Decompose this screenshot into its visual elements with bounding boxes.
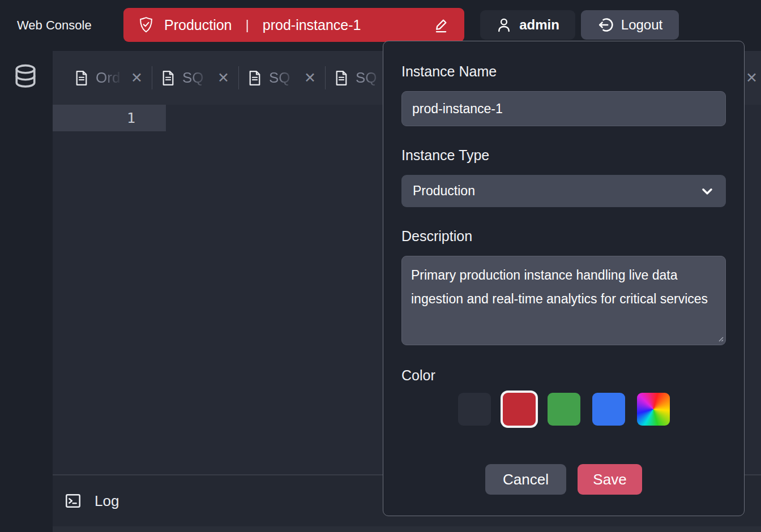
chevron-down-icon	[700, 184, 715, 199]
editor-line-number: 1	[53, 105, 166, 131]
tab-label: Ord	[96, 69, 124, 87]
shield-check-icon	[138, 16, 154, 34]
color-swatch-blue[interactable]	[592, 393, 625, 426]
footer-strip	[53, 526, 761, 532]
color-field-label: Color	[401, 367, 726, 384]
logout-icon	[597, 16, 614, 33]
terminal-icon	[64, 492, 82, 510]
file-icon	[334, 70, 349, 87]
left-sidebar	[0, 51, 53, 532]
instance-badge[interactable]: Production | prod-instance-1	[123, 8, 464, 42]
tab-orders[interactable]: Ord ✕	[65, 51, 152, 105]
color-swatch-default[interactable]	[458, 393, 491, 426]
instance-name-input[interactable]	[401, 91, 726, 126]
tab-label: SQ	[269, 69, 297, 87]
instance-name-field-label: Instance Name	[401, 63, 726, 80]
description-field: Primary production instance handling liv…	[401, 256, 726, 345]
resize-handle-icon[interactable]	[716, 334, 724, 342]
tab-close-icon[interactable]: ✕	[304, 71, 316, 85]
log-label: Log	[95, 492, 119, 510]
tab-sql-1[interactable]: SQ ✕	[152, 51, 238, 105]
cancel-button[interactable]: Cancel	[485, 464, 566, 495]
user-icon	[496, 16, 512, 33]
tab-close-icon[interactable]: ✕	[131, 71, 143, 85]
color-swatch-row	[401, 393, 726, 426]
user-chip[interactable]: admin	[480, 10, 575, 40]
tab-label: SQ	[182, 69, 211, 87]
logout-label: Logout	[621, 17, 662, 33]
user-name: admin	[519, 17, 559, 33]
instance-settings-modal: Instance Name Instance Type Production D…	[383, 41, 745, 516]
badge-separator: |	[246, 17, 249, 33]
file-icon	[74, 70, 89, 87]
instance-type-label: Production	[164, 17, 232, 33]
save-button[interactable]: Save	[578, 464, 642, 495]
tab-close-icon-right[interactable]: ✕	[746, 51, 758, 105]
logout-button[interactable]: Logout	[581, 10, 679, 40]
web-console-app: Web Console Production | prod-instance-1	[0, 0, 761, 532]
instance-type-select[interactable]: Production	[401, 175, 726, 207]
description-field-label: Description	[401, 228, 726, 244]
instance-name-label: prod-instance-1	[263, 17, 361, 33]
database-icon[interactable]	[12, 62, 39, 92]
description-textarea[interactable]: Primary production instance handling liv…	[401, 256, 726, 345]
instance-type-field-label: Instance Type	[401, 147, 726, 164]
file-icon	[247, 70, 262, 87]
color-swatch-green[interactable]	[548, 393, 580, 426]
edit-instance-icon[interactable]	[433, 16, 450, 33]
tab-sql-2[interactable]: SQ ✕	[238, 51, 325, 105]
file-icon	[161, 70, 176, 87]
tab-close-icon[interactable]: ✕	[217, 71, 229, 85]
instance-type-value: Production	[413, 183, 475, 199]
color-swatch-red[interactable]	[503, 393, 536, 426]
tab-label: SQ	[356, 69, 384, 87]
app-title: Web Console	[17, 0, 92, 51]
modal-button-row: Cancel Save	[401, 464, 726, 495]
color-swatch-rainbow[interactable]	[637, 393, 670, 426]
